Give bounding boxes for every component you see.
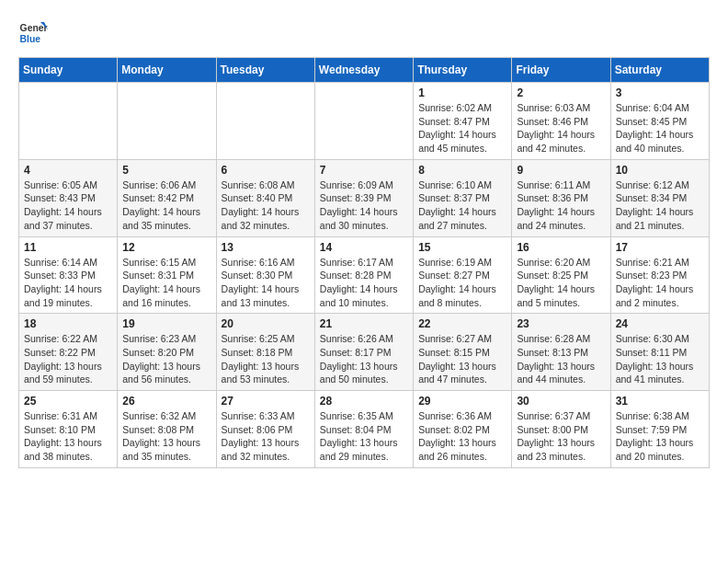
day-info: Sunrise: 6:36 AM Sunset: 8:02 PM Dayligh… <box>418 409 506 464</box>
day-number: 5 <box>122 164 210 177</box>
calendar-day-cell: 13Sunrise: 6:16 AM Sunset: 8:30 PM Dayli… <box>216 236 314 314</box>
day-number: 16 <box>517 241 605 254</box>
day-info: Sunrise: 6:21 AM Sunset: 8:23 PM Dayligh… <box>616 256 704 310</box>
calendar-day-cell <box>314 83 413 160</box>
calendar-week-row: 18Sunrise: 6:22 AM Sunset: 8:22 PM Dayli… <box>19 314 710 391</box>
calendar-day-cell: 20Sunrise: 6:25 AM Sunset: 8:18 PM Dayli… <box>216 314 314 391</box>
page-header: General Blue <box>18 18 710 48</box>
calendar-day-cell: 2Sunrise: 6:03 AM Sunset: 8:46 PM Daylig… <box>512 83 610 160</box>
logo-icon: General Blue <box>18 18 48 48</box>
calendar-week-row: 25Sunrise: 6:31 AM Sunset: 8:10 PM Dayli… <box>19 391 710 468</box>
calendar-header-row: SundayMondayTuesdayWednesdayThursdayFrid… <box>19 58 710 83</box>
day-info: Sunrise: 6:09 AM Sunset: 8:39 PM Dayligh… <box>320 178 408 233</box>
day-info: Sunrise: 6:06 AM Sunset: 8:42 PM Dayligh… <box>122 178 210 233</box>
day-number: 31 <box>616 395 704 408</box>
day-number: 25 <box>24 395 112 408</box>
day-info: Sunrise: 6:26 AM Sunset: 8:17 PM Dayligh… <box>320 332 408 386</box>
day-info: Sunrise: 6:17 AM Sunset: 8:28 PM Dayligh… <box>320 256 408 310</box>
day-number: 27 <box>222 395 310 408</box>
day-info: Sunrise: 6:30 AM Sunset: 8:11 PM Dayligh… <box>616 332 704 386</box>
calendar-day-header: Thursday <box>414 58 512 83</box>
calendar-day-cell: 5Sunrise: 6:06 AM Sunset: 8:42 PM Daylig… <box>118 159 216 236</box>
calendar-day-cell: 11Sunrise: 6:14 AM Sunset: 8:33 PM Dayli… <box>19 236 118 314</box>
calendar-day-cell: 1Sunrise: 6:02 AM Sunset: 8:47 PM Daylig… <box>414 83 512 160</box>
day-info: Sunrise: 6:12 AM Sunset: 8:34 PM Dayligh… <box>616 178 704 233</box>
day-number: 13 <box>222 241 310 254</box>
calendar-day-cell: 17Sunrise: 6:21 AM Sunset: 8:23 PM Dayli… <box>610 236 709 314</box>
calendar-table: SundayMondayTuesdayWednesdayThursdayFrid… <box>18 57 710 468</box>
day-number: 4 <box>24 164 112 177</box>
day-info: Sunrise: 6:27 AM Sunset: 8:15 PM Dayligh… <box>418 332 506 386</box>
day-info: Sunrise: 6:03 AM Sunset: 8:46 PM Dayligh… <box>517 101 605 155</box>
day-info: Sunrise: 6:35 AM Sunset: 8:04 PM Dayligh… <box>320 409 408 464</box>
day-info: Sunrise: 6:38 AM Sunset: 7:59 PM Dayligh… <box>616 409 704 464</box>
day-info: Sunrise: 6:08 AM Sunset: 8:40 PM Dayligh… <box>222 178 310 233</box>
svg-text:Blue: Blue <box>20 34 41 44</box>
day-info: Sunrise: 6:04 AM Sunset: 8:45 PM Dayligh… <box>616 101 704 155</box>
calendar-day-header: Saturday <box>610 58 709 83</box>
calendar-day-cell: 19Sunrise: 6:23 AM Sunset: 8:20 PM Dayli… <box>118 314 216 391</box>
day-number: 10 <box>616 164 704 177</box>
day-info: Sunrise: 6:11 AM Sunset: 8:36 PM Dayligh… <box>517 178 605 233</box>
calendar-day-header: Wednesday <box>314 58 413 83</box>
day-number: 29 <box>418 395 506 408</box>
calendar-day-cell: 26Sunrise: 6:32 AM Sunset: 8:08 PM Dayli… <box>118 391 216 468</box>
day-number: 7 <box>320 164 408 177</box>
day-info: Sunrise: 6:15 AM Sunset: 8:31 PM Dayligh… <box>122 256 210 310</box>
calendar-day-cell: 29Sunrise: 6:36 AM Sunset: 8:02 PM Dayli… <box>414 391 512 468</box>
calendar-day-cell: 4Sunrise: 6:05 AM Sunset: 8:43 PM Daylig… <box>19 159 118 236</box>
calendar-day-cell: 31Sunrise: 6:38 AM Sunset: 7:59 PM Dayli… <box>610 391 709 468</box>
calendar-day-header: Sunday <box>19 58 118 83</box>
calendar-day-cell: 22Sunrise: 6:27 AM Sunset: 8:15 PM Dayli… <box>414 314 512 391</box>
day-number: 24 <box>616 317 704 330</box>
calendar-day-cell: 18Sunrise: 6:22 AM Sunset: 8:22 PM Dayli… <box>19 314 118 391</box>
day-number: 11 <box>24 241 112 254</box>
day-number: 14 <box>320 241 408 254</box>
calendar-day-cell: 28Sunrise: 6:35 AM Sunset: 8:04 PM Dayli… <box>314 391 413 468</box>
calendar-day-cell: 10Sunrise: 6:12 AM Sunset: 8:34 PM Dayli… <box>610 159 709 236</box>
day-info: Sunrise: 6:28 AM Sunset: 8:13 PM Dayligh… <box>517 332 605 386</box>
calendar-day-cell <box>19 83 118 160</box>
calendar-day-cell: 16Sunrise: 6:20 AM Sunset: 8:25 PM Dayli… <box>512 236 610 314</box>
day-number: 20 <box>222 317 310 330</box>
day-number: 9 <box>517 164 605 177</box>
calendar-day-cell <box>118 83 216 160</box>
day-info: Sunrise: 6:10 AM Sunset: 8:37 PM Dayligh… <box>418 178 506 233</box>
day-number: 15 <box>418 241 506 254</box>
calendar-day-cell: 8Sunrise: 6:10 AM Sunset: 8:37 PM Daylig… <box>414 159 512 236</box>
day-number: 12 <box>122 241 210 254</box>
calendar-day-cell: 7Sunrise: 6:09 AM Sunset: 8:39 PM Daylig… <box>314 159 413 236</box>
calendar-day-cell: 9Sunrise: 6:11 AM Sunset: 8:36 PM Daylig… <box>512 159 610 236</box>
day-number: 2 <box>517 86 605 99</box>
calendar-day-cell: 24Sunrise: 6:30 AM Sunset: 8:11 PM Dayli… <box>610 314 709 391</box>
day-number: 18 <box>24 317 112 330</box>
calendar-body: 1Sunrise: 6:02 AM Sunset: 8:47 PM Daylig… <box>19 83 710 468</box>
day-number: 19 <box>122 317 210 330</box>
calendar-day-cell: 23Sunrise: 6:28 AM Sunset: 8:13 PM Dayli… <box>512 314 610 391</box>
day-info: Sunrise: 6:37 AM Sunset: 8:00 PM Dayligh… <box>517 409 605 464</box>
day-number: 26 <box>122 395 210 408</box>
calendar-day-cell: 14Sunrise: 6:17 AM Sunset: 8:28 PM Dayli… <box>314 236 413 314</box>
day-info: Sunrise: 6:20 AM Sunset: 8:25 PM Dayligh… <box>517 256 605 310</box>
day-info: Sunrise: 6:32 AM Sunset: 8:08 PM Dayligh… <box>122 409 210 464</box>
day-info: Sunrise: 6:16 AM Sunset: 8:30 PM Dayligh… <box>222 256 310 310</box>
calendar-day-cell: 6Sunrise: 6:08 AM Sunset: 8:40 PM Daylig… <box>216 159 314 236</box>
calendar-day-cell: 21Sunrise: 6:26 AM Sunset: 8:17 PM Dayli… <box>314 314 413 391</box>
day-number: 21 <box>320 317 408 330</box>
day-number: 1 <box>418 86 506 99</box>
day-info: Sunrise: 6:14 AM Sunset: 8:33 PM Dayligh… <box>24 256 112 310</box>
day-number: 6 <box>222 164 310 177</box>
calendar-day-cell: 12Sunrise: 6:15 AM Sunset: 8:31 PM Dayli… <box>118 236 216 314</box>
calendar-day-cell: 15Sunrise: 6:19 AM Sunset: 8:27 PM Dayli… <box>414 236 512 314</box>
calendar-week-row: 11Sunrise: 6:14 AM Sunset: 8:33 PM Dayli… <box>19 236 710 314</box>
day-number: 8 <box>418 164 506 177</box>
day-info: Sunrise: 6:23 AM Sunset: 8:20 PM Dayligh… <box>122 332 210 386</box>
calendar-day-cell: 30Sunrise: 6:37 AM Sunset: 8:00 PM Dayli… <box>512 391 610 468</box>
logo: General Blue <box>18 18 48 48</box>
day-number: 17 <box>616 241 704 254</box>
day-info: Sunrise: 6:19 AM Sunset: 8:27 PM Dayligh… <box>418 256 506 310</box>
calendar-day-header: Tuesday <box>216 58 314 83</box>
calendar-day-header: Friday <box>512 58 610 83</box>
day-number: 22 <box>418 317 506 330</box>
calendar-day-header: Monday <box>118 58 216 83</box>
